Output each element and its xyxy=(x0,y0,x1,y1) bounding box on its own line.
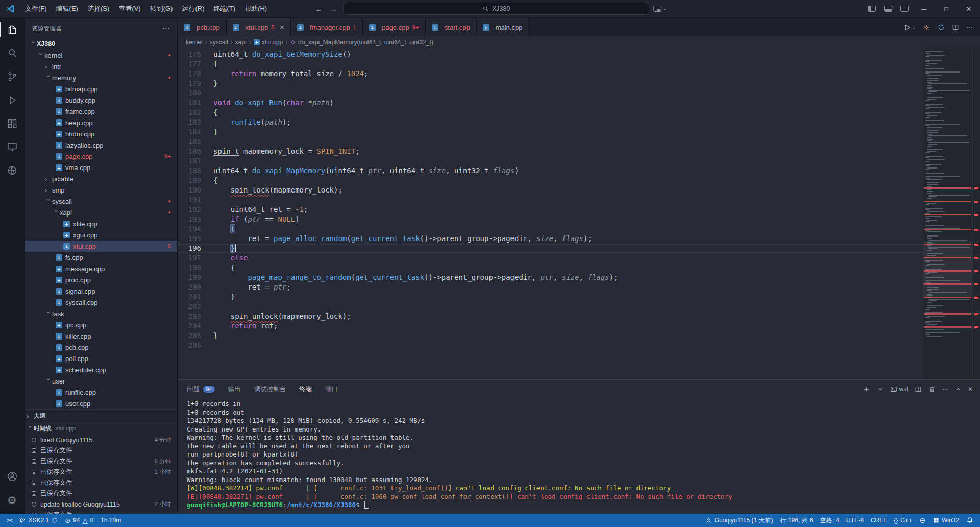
tree-item-hhdm.cpp[interactable]: +hhdm.cpp xyxy=(24,128,177,139)
status-eol[interactable]: CRLF xyxy=(867,514,890,527)
status-feedback[interactable] xyxy=(916,514,929,527)
tree-item-heap.cpp[interactable]: +heap.cpp xyxy=(24,117,177,128)
editor[interactable]: 176uint64_t do_xapi_GetMemorySize()177{1… xyxy=(178,49,980,379)
tree-item-syscall[interactable]: ›syscall● xyxy=(24,196,177,207)
forward-icon[interactable]: → xyxy=(328,5,339,13)
tree-item-signal.cpp[interactable]: +signal.cpp xyxy=(24,285,177,297)
status-blame[interactable]: Guoqiyu1115 (1 天前) xyxy=(702,514,777,527)
tree-item-smp[interactable]: ›smp xyxy=(24,184,177,196)
menu-item-0[interactable]: 文件(F) xyxy=(20,2,52,15)
tree-item-xfile.cpp[interactable]: +xfile.cpp xyxy=(24,218,177,229)
close-icon[interactable]: ✕ xyxy=(958,0,980,18)
live-share-icon[interactable] xyxy=(0,159,24,182)
tree-item-xapi[interactable]: ›xapi● xyxy=(24,207,177,218)
status-language[interactable]: {}C++ xyxy=(890,514,916,527)
remote-explorer-icon[interactable] xyxy=(0,135,24,159)
tree-item-killer.cpp[interactable]: +killer.cpp xyxy=(24,330,177,342)
tree-item-XJ380[interactable]: ›XJ380 xyxy=(24,38,177,50)
menu-item-5[interactable]: 运行(R) xyxy=(177,2,209,15)
tree-item-proc.cpp[interactable]: +proc.cpp xyxy=(24,274,177,285)
tab-main.cpp[interactable]: +main.cpp xyxy=(477,18,529,36)
run-debug-icon[interactable] xyxy=(0,88,24,112)
menu-item-4[interactable]: 转到(G) xyxy=(145,2,178,15)
panel-tab-问题[interactable]: 问题94 xyxy=(187,380,215,398)
timeline-item[interactable]: 已保存文件6 分钟 xyxy=(24,456,177,467)
sync-icon[interactable] xyxy=(938,23,945,31)
timeline-item[interactable]: update liballoc Guoqiyu11152 小时 xyxy=(24,499,177,510)
settings-icon[interactable]: ⚙ xyxy=(0,488,24,512)
tree-item-user[interactable]: ›user xyxy=(24,375,177,387)
timeline-item[interactable]: 已保存文件 xyxy=(24,488,177,499)
toggle-secondary-sidebar-icon[interactable] xyxy=(900,6,909,12)
tree-item-scheduler.cpp[interactable]: +scheduler.cpp xyxy=(24,364,177,375)
status-encoding[interactable]: UTF-8 xyxy=(843,514,867,527)
tab-fmanager.cpp[interactable]: +fmanager.cpp1 xyxy=(291,18,363,36)
timeline-item[interactable]: 已保存文件1 小时 xyxy=(24,467,177,477)
more-actions-icon[interactable]: ⋯ xyxy=(162,23,170,33)
source-control-icon[interactable] xyxy=(0,65,24,88)
tree-item-memory[interactable]: ›memory● xyxy=(24,72,177,83)
menu-item-1[interactable]: 编辑(E) xyxy=(52,2,83,15)
more-actions-icon[interactable]: ⋯ xyxy=(966,23,973,31)
back-icon[interactable]: ← xyxy=(313,5,324,13)
toggle-panel-icon[interactable] xyxy=(884,6,892,12)
panel-tab-端口[interactable]: 端口 xyxy=(325,380,338,398)
tree-item-page.cpp[interactable]: +page.cpp9+ xyxy=(24,151,177,162)
timeline-item[interactable]: 已保存文件 xyxy=(24,477,177,488)
tree-item-ipc.cpp[interactable]: +ipc.cpp xyxy=(24,319,177,330)
menu-item-7[interactable]: 帮助(H) xyxy=(240,2,272,15)
tree-item-intr[interactable]: ›intr xyxy=(24,61,177,72)
breadcrumb-symbol[interactable]: do_xapi_MapMemory(uint64_t, uint64_t, ui… xyxy=(298,39,433,46)
maximize-panel-icon[interactable] xyxy=(955,386,961,392)
tree-item-pcb.cpp[interactable]: +pcb.cpp xyxy=(24,342,177,353)
outline-section[interactable]: › 大纲 xyxy=(24,409,177,422)
tree-item-buddy.cpp[interactable]: +buddy.cpp xyxy=(24,94,177,106)
breadcrumb-item[interactable]: xtui.cpp xyxy=(262,39,283,46)
tree-item-fs.cpp[interactable]: +fs.cpp xyxy=(24,252,177,263)
account-icon[interactable] xyxy=(0,465,24,488)
tree-item-user.cpp[interactable]: +user.cpp xyxy=(24,398,177,409)
tree-item-kernel[interactable]: ›kernel● xyxy=(24,50,177,61)
menu-item-6[interactable]: 终端(T) xyxy=(209,2,240,15)
run-icon[interactable]: ⌄ xyxy=(903,23,916,31)
tab-xtui.cpp[interactable]: +xtui.cpp5✕ xyxy=(227,18,291,36)
kill-terminal-icon[interactable] xyxy=(928,386,936,393)
tree-item-poll.cpp[interactable]: +poll.cpp xyxy=(24,353,177,364)
status-notifications[interactable] xyxy=(963,514,977,527)
more-actions-icon[interactable]: ⋯ xyxy=(942,386,948,393)
status-platform[interactable]: Win32 xyxy=(929,514,963,527)
toggle-sidebar-icon[interactable] xyxy=(868,6,876,12)
minimap[interactable] xyxy=(923,49,980,379)
new-terminal-icon[interactable]: ＋ xyxy=(863,385,871,393)
tree-item-lazyalloc.cpp[interactable]: +lazyalloc.cpp xyxy=(24,139,177,151)
close-icon[interactable]: ✕ xyxy=(280,24,284,31)
breadcrumb-item[interactable]: kernel xyxy=(186,39,203,46)
panel-tab-调试控制台[interactable]: 调试控制台 xyxy=(254,380,286,398)
extensions-icon[interactable] xyxy=(0,112,24,135)
status-problems[interactable]: ⊘94△0 xyxy=(61,514,97,527)
status-remote[interactable]: >< xyxy=(3,514,15,527)
search-icon[interactable] xyxy=(0,41,24,65)
wsl-profile-icon[interactable]: wsl xyxy=(890,386,908,393)
terminal-content[interactable]: 1+0 records in1+0 records out134217728 b… xyxy=(178,398,980,514)
tree-item-frame.cpp[interactable]: +frame.cpp xyxy=(24,106,177,117)
tree-item-xtui.cpp[interactable]: +xtui.cpp5 xyxy=(24,241,177,252)
tab-pcb.cpp[interactable]: +pcb.cpp xyxy=(178,18,227,36)
menu-item-3[interactable]: 查看(V) xyxy=(114,2,145,15)
status-indentation[interactable]: 空格: 4 xyxy=(817,514,843,527)
split-terminal-icon[interactable] xyxy=(915,386,922,393)
split-editor-icon[interactable] xyxy=(952,23,959,31)
timeline-item[interactable]: 已保存文件 xyxy=(24,510,177,514)
menu-item-2[interactable]: 选择(S) xyxy=(83,2,114,15)
status-timer[interactable]: 1h 10m xyxy=(97,514,125,527)
panel-tab-终端[interactable]: 终端 xyxy=(299,380,312,398)
maximize-icon[interactable]: □ xyxy=(935,0,958,18)
tree-item-message.cpp[interactable]: +message.cpp xyxy=(24,263,177,274)
timeline-item[interactable]: 已保存文件 xyxy=(24,445,177,456)
timeline-section[interactable]: › 时间线 xtui.cpp xyxy=(24,422,177,435)
panel-tab-输出[interactable]: 输出 xyxy=(228,380,241,398)
tab-start.cpp[interactable]: +start.cpp xyxy=(426,18,477,36)
status-branch[interactable]: XSK2.1 xyxy=(15,514,61,527)
close-panel-icon[interactable]: ✕ xyxy=(968,386,973,393)
tab-page.cpp[interactable]: +page.cpp9+ xyxy=(363,18,426,36)
